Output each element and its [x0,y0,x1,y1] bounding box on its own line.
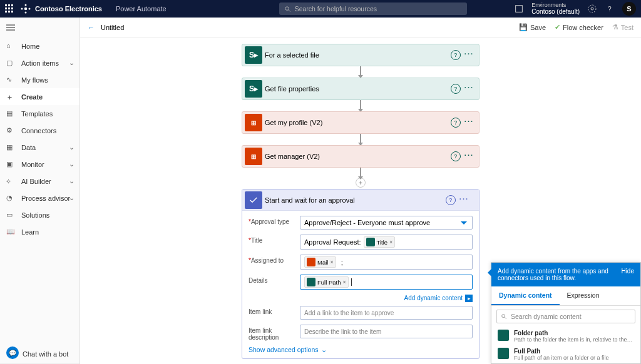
details-input[interactable]: Full Path× [300,275,473,290]
help-icon[interactable]: ? [451,50,461,60]
arrow-icon [360,66,361,78]
environment-icon [514,4,524,14]
search-placeholder: Search for helpful resources [295,5,377,13]
test-button[interactable]: ⚗Test [612,23,633,31]
item-link-description-label: Item link description [249,325,300,341]
sidebar-item-label: Action items [21,59,59,67]
dynamic-content-panel: Add dynamic content from the apps and co… [491,262,641,364]
svg-point-2 [29,8,31,10]
avatar[interactable]: S [622,2,636,16]
details-label: Details [249,275,300,284]
close-icon: × [343,279,346,285]
office365-icon: ⊞ [245,148,262,165]
chevron-down-icon: ⌄ [69,160,74,168]
sidebar-item-create[interactable]: ＋Create [0,88,79,105]
assigned-to-input[interactable]: Mail× ; [300,255,473,270]
more-icon[interactable]: ··· [464,151,474,161]
step-title: Get file properties [265,85,451,93]
sidebar-item-connectors[interactable]: ⚙Connectors [0,122,79,139]
chat-label[interactable]: Chat with a bot [23,350,68,358]
svg-point-3 [25,4,27,6]
dynamic-content-item[interactable]: Folder pathPath to the folder the item i… [491,327,640,345]
show-advanced-options-link[interactable]: Show advanced options ⌄ [249,346,473,353]
search-input[interactable]: Search for helpful resources [279,3,467,15]
sidebar-item-label: Create [21,93,43,101]
help-icon[interactable]: ? [446,195,456,205]
dynamic-search-input[interactable]: Search dynamic content [496,310,635,323]
flow-title[interactable]: Untitled [101,24,124,31]
title-token[interactable]: Title× [364,236,396,248]
more-icon[interactable]: ··· [464,118,474,128]
nav-icon: ◔ [6,194,15,203]
nav-icon: ▭ [6,211,15,220]
flow-step[interactable]: ⊞ Get my profile (V2) ?··· [242,111,479,134]
sidebar-item-label: Learn [21,228,39,236]
approval-type-select[interactable]: Approve/Reject - Everyone must approve [300,216,473,230]
sidebar-item-my-flows[interactable]: ∿My flows [0,71,79,88]
approval-icon [245,191,262,209]
svg-point-8 [591,8,593,10]
help-icon[interactable]: ? [451,84,461,94]
sidebar-item-ai-builder[interactable]: ⟡AI Builder⌄ [0,173,79,190]
brand-icon [20,3,31,14]
tab-expression[interactable]: Expression [560,286,607,305]
dynamic-content-item[interactable]: Full PathFull path of an item or a folde… [491,345,640,363]
command-bar: ← Untitled 💾Save ✔Flow checker ⚗Test [80,18,641,38]
sidebar-item-templates[interactable]: ▤Templates [0,105,79,122]
sidebar-item-monitor[interactable]: ▣Monitor⌄ [0,156,79,173]
close-icon: × [330,259,333,265]
hamburger-icon[interactable] [0,18,79,38]
step-title: Get my profile (V2) [265,119,451,126]
back-arrow-icon[interactable]: ← [88,24,95,31]
sidebar-item-process-advisor[interactable]: ◔Process advisor⌄ [0,190,79,206]
full-path-token[interactable]: Full Path× [304,276,349,288]
sidebar-item-learn[interactable]: 📖Learn [0,223,79,240]
sidebar-item-data[interactable]: ▦Data⌄ [0,139,79,156]
step-title: For a selected file [265,51,451,59]
environment-name: Contoso (default) [531,8,580,15]
help-icon[interactable]: ? [605,4,615,14]
sharepoint-icon [498,330,509,341]
sidebar-item-label: Connectors [21,127,56,134]
save-button[interactable]: 💾Save [519,23,546,31]
help-icon[interactable]: ? [451,151,461,161]
add-dynamic-content-link[interactable]: Add dynamic content▸ [249,295,473,302]
svg-line-15 [505,317,506,319]
tab-dynamic-content[interactable]: Dynamic content [491,286,560,305]
topbar: Contoso Electronics Power Automate Searc… [0,0,641,18]
nav-icon: ▣ [6,160,15,169]
nav-icon: ▦ [6,143,15,152]
sidebar-item-action-items[interactable]: ▢Action items⌄ [0,54,79,71]
more-icon[interactable]: ··· [464,50,474,60]
nav-icon: ＋ [6,93,15,101]
sidebar-item-label: Monitor [21,161,44,168]
mail-token[interactable]: Mail× [304,256,336,268]
sidebar-item-label: Templates [21,110,53,118]
flow-canvas: S▸ For a selected file ?··· S▸ Get file … [80,38,641,364]
title-input[interactable]: Approval Request: Title× [300,235,473,250]
sharepoint-icon [498,348,509,359]
search-icon [501,313,507,320]
svg-point-5 [285,6,289,10]
more-icon[interactable]: ··· [459,195,469,205]
item-link-description-input[interactable]: Describe the link to the item [300,325,473,338]
nav-icon: ⚙ [6,126,15,135]
more-icon[interactable]: ··· [464,84,474,94]
settings-icon[interactable] [587,4,597,14]
close-icon: × [389,239,392,245]
flow-checker-button[interactable]: ✔Flow checker [555,23,603,31]
flow-step[interactable]: S▸ Get file properties ?··· [242,78,479,100]
item-link-input[interactable]: Add a link to the item to approve [300,306,473,320]
hide-link[interactable]: Hide [621,268,634,281]
sidebar-item-solutions[interactable]: ▭Solutions [0,206,79,223]
arrow-icon [360,168,361,179]
sidebar-item-label: Solutions [21,211,49,219]
flow-step[interactable]: ⊞ Get manager (V2) ?··· [242,145,479,168]
help-icon[interactable]: ? [451,118,461,128]
chat-icon[interactable]: 💬 [6,346,19,359]
flow-step[interactable]: S▸ For a selected file ?··· [242,44,479,66]
sidebar-item-home[interactable]: ⌂Home [0,38,79,54]
environment-picker[interactable]: Environments Contoso (default) [531,3,580,16]
sharepoint-icon: S▸ [245,80,262,98]
app-launcher-icon[interactable] [5,4,14,13]
